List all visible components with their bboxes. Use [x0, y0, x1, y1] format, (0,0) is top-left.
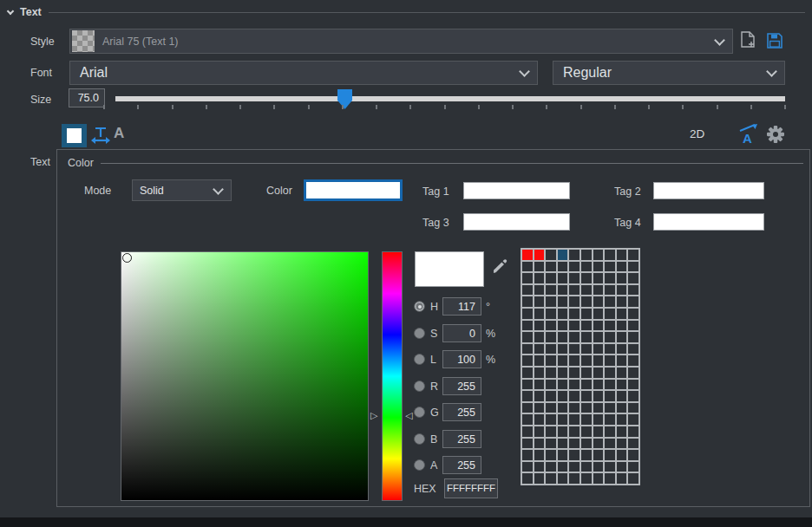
hue-bar[interactable] — [382, 251, 403, 501]
palette-cell[interactable] — [605, 426, 615, 437]
text-width-icon[interactable] — [90, 127, 111, 145]
palette-cell[interactable] — [534, 309, 545, 319]
font-weight-dropdown[interactable]: Regular — [553, 61, 785, 85]
palette-cell[interactable] — [558, 403, 568, 413]
palette-cell[interactable] — [546, 414, 556, 425]
palette-cell[interactable] — [558, 273, 568, 283]
palette-cell[interactable] — [605, 391, 615, 401]
palette-cell[interactable] — [558, 439, 568, 449]
palette-cell[interactable] — [569, 285, 580, 296]
palette-cell[interactable] — [522, 296, 533, 307]
palette-cell[interactable] — [593, 403, 604, 413]
palette-cell[interactable] — [628, 344, 638, 355]
palette-cell[interactable] — [558, 344, 568, 355]
palette-cell[interactable] — [546, 321, 556, 331]
palette-cell[interactable] — [628, 309, 638, 319]
palette-cell[interactable] — [628, 355, 638, 366]
palette-cell[interactable] — [593, 450, 604, 460]
palette-cell[interactable] — [558, 262, 568, 272]
palette-cell[interactable] — [522, 250, 533, 260]
eyedropper-icon[interactable] — [491, 257, 508, 275]
palette-cell[interactable] — [558, 462, 568, 472]
palette-cell[interactable] — [593, 439, 604, 449]
palette-cell[interactable] — [581, 380, 592, 390]
palette-cell[interactable] — [534, 426, 545, 437]
palette-cell[interactable] — [605, 250, 615, 260]
palette-cell[interactable] — [593, 414, 604, 425]
palette-cell[interactable] — [558, 380, 568, 390]
palette-cell[interactable] — [534, 450, 545, 460]
palette-cell[interactable] — [522, 344, 533, 355]
palette-cell[interactable] — [605, 380, 615, 390]
palette-cell[interactable] — [546, 462, 556, 472]
palette-cell[interactable] — [581, 473, 592, 484]
channel-R-input[interactable]: 255 — [442, 377, 481, 395]
palette-cell[interactable] — [581, 296, 592, 307]
palette-cell[interactable] — [617, 473, 627, 484]
channel-H-input[interactable]: 117 — [442, 297, 481, 316]
text-style-a-icon[interactable]: A — [114, 125, 124, 142]
palette-cell[interactable] — [628, 426, 638, 437]
palette-cell[interactable] — [628, 473, 638, 484]
palette-cell[interactable] — [617, 309, 627, 319]
palette-cell[interactable] — [522, 391, 533, 401]
palette-cell[interactable] — [605, 321, 615, 331]
palette-cell[interactable] — [569, 462, 580, 472]
palette-cell[interactable] — [581, 391, 592, 401]
palette-cell[interactable] — [617, 368, 627, 378]
palette-cell[interactable] — [534, 273, 545, 283]
palette-cell[interactable] — [569, 332, 580, 342]
palette-cell[interactable] — [593, 473, 604, 484]
palette-cell[interactable] — [522, 426, 533, 437]
palette-cell[interactable] — [593, 368, 604, 378]
palette-cell[interactable] — [605, 355, 615, 366]
palette-cell[interactable] — [605, 309, 615, 319]
palette-cell[interactable] — [534, 262, 545, 272]
palette-cell[interactable] — [617, 273, 627, 283]
palette-cell[interactable] — [558, 285, 568, 296]
palette-cell[interactable] — [534, 344, 545, 355]
channel-A-input[interactable]: 255 — [442, 456, 481, 474]
palette-cell[interactable] — [581, 321, 592, 331]
palette-cell[interactable] — [605, 439, 615, 449]
animate-text-icon[interactable]: A — [737, 122, 761, 146]
channel-G-input[interactable]: 255 — [442, 403, 481, 421]
palette-cell[interactable] — [534, 296, 545, 307]
save-style-icon[interactable] — [766, 32, 783, 49]
palette-cell[interactable] — [581, 344, 592, 355]
collapse-chevron-icon[interactable] — [7, 8, 14, 15]
palette-cell[interactable] — [522, 368, 533, 378]
palette-cell[interactable] — [522, 450, 533, 460]
palette-cell[interactable] — [546, 309, 556, 319]
palette-cell[interactable] — [534, 403, 545, 413]
palette-cell[interactable] — [628, 262, 638, 272]
palette-cell[interactable] — [522, 355, 533, 366]
hex-input[interactable]: FFFFFFFF — [444, 478, 498, 498]
palette-cell[interactable] — [569, 355, 580, 366]
palette-cell[interactable] — [617, 414, 627, 425]
palette-cell[interactable] — [581, 450, 592, 460]
palette-cell[interactable] — [546, 262, 556, 272]
palette-cell[interactable] — [569, 250, 580, 260]
palette-cell[interactable] — [605, 450, 615, 460]
palette-cell[interactable] — [617, 380, 627, 390]
palette-cell[interactable] — [581, 355, 592, 366]
palette-cell[interactable] — [617, 344, 627, 355]
palette-cell[interactable] — [534, 380, 545, 390]
palette-cell[interactable] — [593, 250, 604, 260]
palette-cell[interactable] — [581, 273, 592, 283]
palette-cell[interactable] — [546, 273, 556, 283]
palette-cell[interactable] — [605, 285, 615, 296]
palette-cell[interactable] — [569, 296, 580, 307]
palette-cell[interactable] — [558, 355, 568, 366]
palette-cell[interactable] — [569, 414, 580, 425]
palette-cell[interactable] — [605, 296, 615, 307]
size-slider-track[interactable] — [115, 96, 785, 101]
palette-cell[interactable] — [569, 273, 580, 283]
saturation-value-picker[interactable] — [121, 251, 369, 501]
palette-cell[interactable] — [546, 355, 556, 366]
hue-right-arrow-icon[interactable]: ◁ — [405, 411, 412, 420]
channel-L-input[interactable]: 100 — [442, 350, 481, 368]
style-dropdown[interactable]: Arial 75 (Text 1) — [69, 29, 733, 54]
palette-cell[interactable] — [558, 309, 568, 319]
